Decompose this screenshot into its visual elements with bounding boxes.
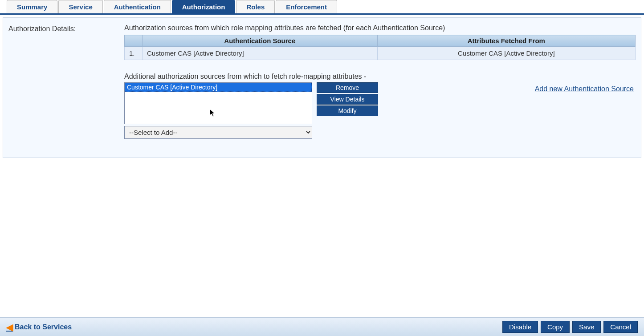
cancel-button[interactable]: Cancel xyxy=(603,321,638,333)
back-arrow-icon: ◀ xyxy=(6,322,13,332)
col-header-attr-from: Attributes Fetched From xyxy=(377,35,635,47)
select-to-add-dropdown[interactable]: --Select to Add-- xyxy=(124,126,312,139)
additional-sources-listbox[interactable]: Customer CAS [Active Directory] xyxy=(124,82,312,124)
tab-service[interactable]: Service xyxy=(58,0,102,13)
tab-authentication[interactable]: Authentication xyxy=(104,0,171,13)
tab-enforcement[interactable]: Enforcement xyxy=(276,0,337,13)
table-row[interactable]: 1. Customer CAS [Active Directory] Custo… xyxy=(125,47,636,60)
tab-authorization[interactable]: Authorization xyxy=(172,0,236,13)
modify-button[interactable]: Modify xyxy=(317,105,378,116)
panel-side-label: Authorization Details: xyxy=(8,24,124,139)
col-header-num xyxy=(125,35,143,47)
authorization-panel: Authorization Details: Authorization sou… xyxy=(3,17,641,158)
tab-roles[interactable]: Roles xyxy=(236,0,275,13)
row-attr-from: Customer CAS [Active Directory] xyxy=(377,47,635,60)
tab-summary[interactable]: Summary xyxy=(7,0,57,13)
back-link-label: Back to Services xyxy=(15,323,72,331)
copy-button[interactable]: Copy xyxy=(541,321,570,333)
tabs-bar: Summary Service Authentication Authoriza… xyxy=(0,0,644,15)
view-details-button[interactable]: View Details xyxy=(317,94,378,105)
row-auth-source: Customer CAS [Active Directory] xyxy=(143,47,378,60)
footer-bar: ◀ Back to Services Disable Copy Save Can… xyxy=(0,317,644,336)
list-item[interactable]: Customer CAS [Active Directory] xyxy=(125,83,312,92)
additional-sources-label: Additional authorization sources from wh… xyxy=(124,73,636,81)
row-num: 1. xyxy=(125,47,143,60)
back-to-services-link[interactable]: ◀ Back to Services xyxy=(6,322,72,332)
remove-button[interactable]: Remove xyxy=(317,82,378,93)
add-new-auth-source-link[interactable]: Add new Authentication Source xyxy=(535,85,634,93)
save-button[interactable]: Save xyxy=(572,321,601,333)
auth-source-table: Authentication Source Attributes Fetched… xyxy=(124,35,636,60)
col-header-auth-source: Authentication Source xyxy=(143,35,378,47)
disable-button[interactable]: Disable xyxy=(502,321,538,333)
intro-text: Authorization sources from which role ma… xyxy=(124,24,636,32)
